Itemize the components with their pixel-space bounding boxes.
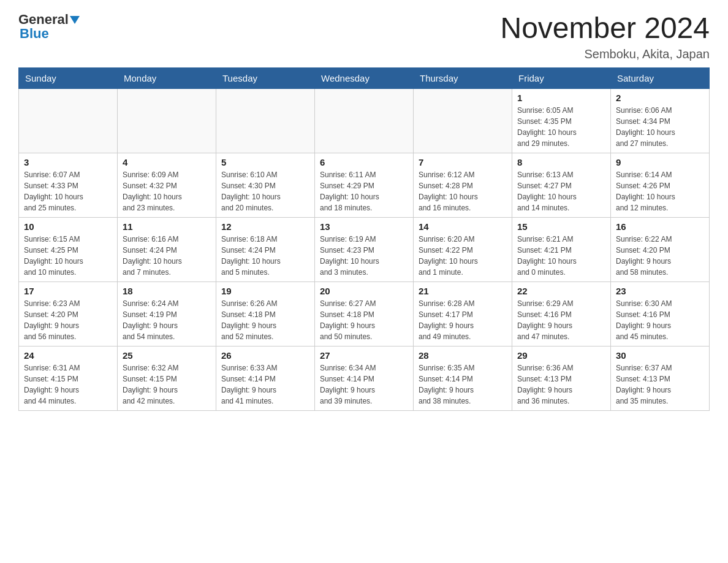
logo-text-blue: Blue	[18, 26, 49, 42]
day-number: 15	[517, 221, 605, 232]
day-header-tuesday: Tuesday	[216, 67, 315, 88]
calendar-cell: 30Sunrise: 6:37 AM Sunset: 4:13 PM Dayli…	[611, 346, 710, 410]
day-number: 30	[616, 350, 704, 361]
day-info: Sunrise: 6:06 AM Sunset: 4:34 PM Dayligh…	[616, 105, 704, 149]
calendar-cell	[118, 88, 216, 153]
day-info: Sunrise: 6:19 AM Sunset: 4:23 PM Dayligh…	[320, 234, 408, 278]
day-number: 17	[24, 286, 112, 296]
week-row-5: 24Sunrise: 6:31 AM Sunset: 4:15 PM Dayli…	[19, 346, 710, 410]
day-info: Sunrise: 6:09 AM Sunset: 4:32 PM Dayligh…	[123, 169, 211, 213]
calendar-cell: 13Sunrise: 6:19 AM Sunset: 4:23 PM Dayli…	[315, 217, 414, 282]
calendar-cell: 25Sunrise: 6:32 AM Sunset: 4:15 PM Dayli…	[118, 346, 216, 410]
day-info: Sunrise: 6:05 AM Sunset: 4:35 PM Dayligh…	[517, 105, 605, 149]
day-number: 21	[419, 286, 507, 296]
calendar-subtitle: Semboku, Akita, Japan	[500, 47, 710, 61]
day-number: 10	[24, 221, 112, 232]
day-number: 13	[320, 221, 408, 232]
day-number: 18	[123, 286, 211, 296]
calendar-cell: 21Sunrise: 6:28 AM Sunset: 4:17 PM Dayli…	[414, 282, 512, 346]
day-number: 5	[221, 157, 309, 167]
day-number: 16	[616, 221, 704, 232]
calendar-cell: 26Sunrise: 6:33 AM Sunset: 4:14 PM Dayli…	[216, 346, 315, 410]
day-number: 4	[123, 157, 211, 167]
logo: General Blue	[18, 12, 80, 42]
calendar-cell: 19Sunrise: 6:26 AM Sunset: 4:18 PM Dayli…	[216, 282, 315, 346]
calendar-cell: 23Sunrise: 6:30 AM Sunset: 4:16 PM Dayli…	[611, 282, 710, 346]
day-number: 27	[320, 350, 408, 361]
day-number: 29	[517, 350, 605, 361]
day-number: 22	[517, 286, 605, 296]
day-number: 6	[320, 157, 408, 167]
day-info: Sunrise: 6:37 AM Sunset: 4:13 PM Dayligh…	[616, 362, 704, 407]
day-info: Sunrise: 6:22 AM Sunset: 4:20 PM Dayligh…	[616, 234, 704, 278]
day-info: Sunrise: 6:26 AM Sunset: 4:18 PM Dayligh…	[221, 298, 309, 342]
calendar-cell: 28Sunrise: 6:35 AM Sunset: 4:14 PM Dayli…	[414, 346, 512, 410]
calendar-cell: 24Sunrise: 6:31 AM Sunset: 4:15 PM Dayli…	[19, 346, 118, 410]
calendar-cell: 1Sunrise: 6:05 AM Sunset: 4:35 PM Daylig…	[512, 88, 611, 153]
day-info: Sunrise: 6:20 AM Sunset: 4:22 PM Dayligh…	[419, 234, 507, 278]
day-number: 28	[419, 350, 507, 361]
day-number: 7	[419, 157, 507, 167]
calendar-cell: 6Sunrise: 6:11 AM Sunset: 4:29 PM Daylig…	[315, 153, 414, 217]
calendar-cell: 11Sunrise: 6:16 AM Sunset: 4:24 PM Dayli…	[118, 217, 216, 282]
day-info: Sunrise: 6:32 AM Sunset: 4:15 PM Dayligh…	[123, 362, 211, 407]
week-row-4: 17Sunrise: 6:23 AM Sunset: 4:20 PM Dayli…	[19, 282, 710, 346]
day-header-sunday: Sunday	[19, 67, 118, 88]
day-header-wednesday: Wednesday	[315, 67, 414, 88]
day-number: 12	[221, 221, 309, 232]
day-info: Sunrise: 6:12 AM Sunset: 4:28 PM Dayligh…	[419, 169, 507, 213]
calendar-cell: 27Sunrise: 6:34 AM Sunset: 4:14 PM Dayli…	[315, 346, 414, 410]
day-number: 26	[221, 350, 309, 361]
header: General Blue November 2024 Semboku, Akit…	[18, 12, 710, 61]
calendar-cell: 17Sunrise: 6:23 AM Sunset: 4:20 PM Dayli…	[19, 282, 118, 346]
calendar-cell: 29Sunrise: 6:36 AM Sunset: 4:13 PM Dayli…	[512, 346, 611, 410]
week-row-2: 3Sunrise: 6:07 AM Sunset: 4:33 PM Daylig…	[19, 153, 710, 217]
calendar-header-row: SundayMondayTuesdayWednesdayThursdayFrid…	[19, 67, 710, 88]
calendar-cell: 4Sunrise: 6:09 AM Sunset: 4:32 PM Daylig…	[118, 153, 216, 217]
calendar-cell: 5Sunrise: 6:10 AM Sunset: 4:30 PM Daylig…	[216, 153, 315, 217]
day-info: Sunrise: 6:29 AM Sunset: 4:16 PM Dayligh…	[517, 298, 605, 342]
day-header-saturday: Saturday	[611, 67, 710, 88]
calendar-cell: 9Sunrise: 6:14 AM Sunset: 4:26 PM Daylig…	[611, 153, 710, 217]
day-header-monday: Monday	[118, 67, 216, 88]
day-info: Sunrise: 6:24 AM Sunset: 4:19 PM Dayligh…	[123, 298, 211, 342]
calendar-cell	[216, 88, 315, 153]
day-header-friday: Friday	[512, 67, 611, 88]
calendar-table: SundayMondayTuesdayWednesdayThursdayFrid…	[18, 67, 710, 411]
calendar-title: November 2024	[500, 12, 710, 45]
calendar-cell: 16Sunrise: 6:22 AM Sunset: 4:20 PM Dayli…	[611, 217, 710, 282]
day-info: Sunrise: 6:11 AM Sunset: 4:29 PM Dayligh…	[320, 169, 408, 213]
calendar-cell	[315, 88, 414, 153]
week-row-3: 10Sunrise: 6:15 AM Sunset: 4:25 PM Dayli…	[19, 217, 710, 282]
day-header-thursday: Thursday	[414, 67, 512, 88]
day-info: Sunrise: 6:16 AM Sunset: 4:24 PM Dayligh…	[123, 234, 211, 278]
day-number: 3	[24, 157, 112, 167]
calendar-cell: 22Sunrise: 6:29 AM Sunset: 4:16 PM Dayli…	[512, 282, 611, 346]
calendar-cell	[414, 88, 512, 153]
day-number: 25	[123, 350, 211, 361]
title-area: November 2024 Semboku, Akita, Japan	[500, 12, 710, 61]
day-info: Sunrise: 6:15 AM Sunset: 4:25 PM Dayligh…	[24, 234, 112, 278]
day-number: 9	[616, 157, 704, 167]
calendar-cell: 14Sunrise: 6:20 AM Sunset: 4:22 PM Dayli…	[414, 217, 512, 282]
day-number: 2	[616, 93, 704, 103]
calendar-cell: 18Sunrise: 6:24 AM Sunset: 4:19 PM Dayli…	[118, 282, 216, 346]
calendar-cell: 20Sunrise: 6:27 AM Sunset: 4:18 PM Dayli…	[315, 282, 414, 346]
calendar-cell: 12Sunrise: 6:18 AM Sunset: 4:24 PM Dayli…	[216, 217, 315, 282]
day-number: 14	[419, 221, 507, 232]
day-info: Sunrise: 6:18 AM Sunset: 4:24 PM Dayligh…	[221, 234, 309, 278]
day-number: 8	[517, 157, 605, 167]
day-info: Sunrise: 6:34 AM Sunset: 4:14 PM Dayligh…	[320, 362, 408, 407]
calendar-cell: 3Sunrise: 6:07 AM Sunset: 4:33 PM Daylig…	[19, 153, 118, 217]
day-info: Sunrise: 6:28 AM Sunset: 4:17 PM Dayligh…	[419, 298, 507, 342]
day-info: Sunrise: 6:33 AM Sunset: 4:14 PM Dayligh…	[221, 362, 309, 407]
day-number: 1	[517, 93, 605, 103]
day-info: Sunrise: 6:27 AM Sunset: 4:18 PM Dayligh…	[320, 298, 408, 342]
day-info: Sunrise: 6:14 AM Sunset: 4:26 PM Dayligh…	[616, 169, 704, 213]
logo-text-general: General	[18, 12, 69, 27]
calendar-cell: 10Sunrise: 6:15 AM Sunset: 4:25 PM Dayli…	[19, 217, 118, 282]
day-info: Sunrise: 6:36 AM Sunset: 4:13 PM Dayligh…	[517, 362, 605, 407]
day-info: Sunrise: 6:07 AM Sunset: 4:33 PM Dayligh…	[24, 169, 112, 213]
day-number: 20	[320, 286, 408, 296]
week-row-1: 1Sunrise: 6:05 AM Sunset: 4:35 PM Daylig…	[19, 88, 710, 153]
